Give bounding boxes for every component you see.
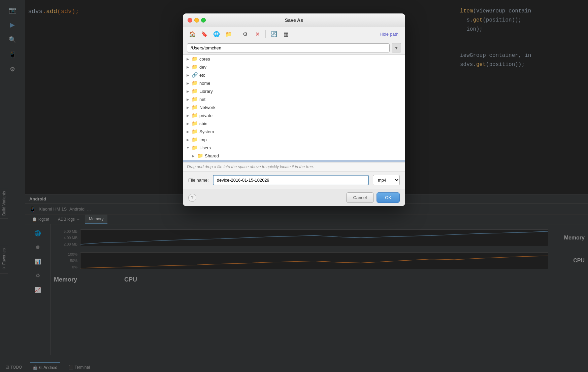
toolbar-separator-1 [237, 30, 237, 38]
cancel-button[interactable]: Cancel [346, 192, 374, 203]
folder-icon-private: 📁 [192, 112, 198, 118]
dialog-titlebar: Save As [183, 13, 405, 27]
tree-item-cores[interactable]: ▶ 📁 cores [183, 55, 405, 63]
toolbar-settings-button[interactable]: ⚙ [240, 29, 251, 39]
folder-icon-users: 📁 [192, 145, 198, 151]
tree-label-sbin: sbin [199, 121, 207, 126]
expand-arrow-library: ▶ [186, 89, 190, 93]
expand-arrow-users: ▼ [186, 146, 190, 150]
drag-hint: Drag and drop a file into the space abov… [183, 162, 405, 172]
hide-path-button[interactable]: Hide path [377, 30, 401, 38]
path-nav-button[interactable]: ▼ [392, 43, 401, 52]
tree-item-shared[interactable]: ▶ 📁 Shared [183, 152, 405, 160]
dialog-buttons: ? Cancel OK [183, 189, 405, 206]
tree-item-private[interactable]: ▶ 📁 private [183, 111, 405, 119]
tree-item-users[interactable]: ▼ 📁 Users [183, 144, 405, 152]
filename-label: File name: [188, 178, 209, 183]
toolbar-network-button[interactable]: 🌐 [211, 29, 222, 39]
ok-button[interactable]: OK [377, 192, 400, 203]
toolbar-separator-2 [265, 30, 266, 38]
tree-label-home: home [199, 81, 210, 86]
expand-arrow-dev: ▶ [186, 65, 190, 69]
toolbar-bookmarks-button[interactable]: 🔖 [199, 29, 210, 39]
tree-item-net[interactable]: ▶ 📁 net [183, 95, 405, 103]
tree-label-net: net [199, 97, 205, 102]
tree-label-system: System [199, 129, 214, 134]
folder-icon-sbin: 📁 [192, 120, 198, 126]
folder-icon-library: 📁 [192, 88, 198, 94]
tree-item-network[interactable]: ▶ 📁 Network [183, 103, 405, 111]
tree-label-tmp: tmp [199, 137, 207, 142]
tree-item-sbin[interactable]: ▶ 📁 sbin [183, 119, 405, 127]
tree-label-network: Network [199, 105, 216, 110]
folder-icon-network: 📁 [192, 104, 198, 110]
toolbar-home-button[interactable]: 🏠 [187, 29, 198, 39]
folder-icon-tmp: 📁 [192, 137, 198, 143]
help-button[interactable]: ? [188, 194, 196, 202]
folder-icon-cores: 📁 [192, 56, 198, 62]
tree-item-library[interactable]: ▶ 📁 Library [183, 87, 405, 95]
dialog-toolbar: 🏠 🔖 🌐 📁 ⚙ ✕ 🔄 ▦ Hide path [183, 27, 405, 41]
tree-label-private: private [199, 113, 213, 118]
folder-icon-system: 📁 [192, 128, 198, 135]
expand-arrow-etc: ▶ [186, 73, 190, 77]
expand-arrow-network: ▶ [186, 106, 190, 109]
folder-icon-dev: 📁 [192, 64, 198, 70]
tree-item-system[interactable]: ▶ 📁 System [183, 127, 405, 136]
toolbar-refresh-button[interactable]: 🔄 [268, 29, 279, 39]
tree-label-users: Users [199, 145, 211, 150]
close-button[interactable] [188, 18, 192, 23]
expand-arrow-system: ▶ [186, 130, 190, 134]
path-input[interactable] [187, 43, 390, 52]
path-bar: ▼ [183, 41, 405, 55]
toolbar-newfolder-button[interactable]: 📁 [223, 29, 234, 39]
folder-icon-net: 📁 [192, 96, 198, 102]
expand-arrow-private: ▶ [186, 114, 190, 117]
file-tree[interactable]: ▶ 📁 cores ▶ 📁 dev ▶ 🔗 etc ▶ 📁 home [183, 55, 405, 162]
expand-arrow-cores: ▶ [186, 57, 190, 61]
tree-label-etc: etc [199, 73, 205, 78]
tree-label-dev: dev [199, 65, 206, 70]
dialog-title: Save As [188, 17, 400, 23]
expand-arrow-tmp: ▶ [186, 138, 190, 142]
format-select[interactable]: mp4 mov avi [373, 175, 400, 185]
expand-arrow-shared: ▶ [191, 154, 196, 158]
expand-arrow-net: ▶ [186, 98, 190, 101]
expand-arrow-sbin: ▶ [186, 122, 190, 125]
tree-label-cores: cores [199, 57, 210, 62]
traffic-lights [188, 18, 206, 23]
tree-item-etc[interactable]: ▶ 🔗 etc [183, 71, 405, 79]
tree-label-library: Library [199, 89, 213, 94]
tree-item-dev[interactable]: ▶ 📁 dev [183, 63, 405, 71]
folder-icon-home: 📁 [192, 80, 198, 86]
filename-input[interactable] [213, 175, 369, 185]
minimize-button[interactable] [194, 18, 199, 23]
tree-item-tmp[interactable]: ▶ 📁 tmp [183, 136, 405, 144]
maximize-button[interactable] [201, 18, 206, 23]
toolbar-delete-button[interactable]: ✕ [252, 29, 263, 39]
tree-item-home[interactable]: ▶ 📁 home [183, 79, 405, 87]
filename-row: File name: mp4 mov avi [183, 172, 405, 189]
dialog-overlay: Save As 🏠 🔖 🌐 📁 ⚙ ✕ 🔄 ▦ Hide path ▼ ▶ � [0, 0, 588, 372]
save-dialog: Save As 🏠 🔖 🌐 📁 ⚙ ✕ 🔄 ▦ Hide path ▼ ▶ � [183, 13, 405, 206]
expand-arrow-home: ▶ [186, 81, 190, 85]
folder-icon-shared: 📁 [197, 153, 203, 159]
folder-icon-etc: 🔗 [192, 72, 198, 78]
toolbar-preview-button[interactable]: ▦ [281, 29, 291, 39]
tree-label-shared: Shared [205, 153, 219, 158]
tree-item-tomchen[interactable]: ▼ 📁 tomchen [183, 160, 405, 162]
